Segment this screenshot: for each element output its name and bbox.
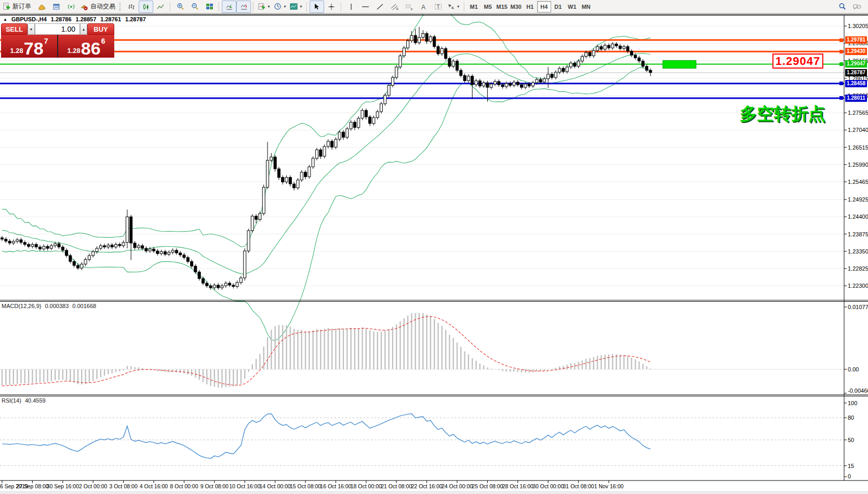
periods-clock-icon — [274, 3, 282, 10]
timeframe-group: M1 M5 M15 M30 H1 H4 D1 W1 MN — [467, 1, 593, 13]
bar-chart-button[interactable] — [124, 1, 139, 13]
equidistant-channel-button[interactable]: E — [388, 1, 402, 13]
indicators-button[interactable]: ▼ — [256, 1, 272, 13]
candlestick-chart-icon — [142, 3, 150, 10]
cursor-icon — [313, 3, 320, 10]
charts-icon — [38, 3, 46, 10]
text-label-icon: T — [434, 3, 442, 10]
tab-timeframe-w1[interactable]: W1 — [565, 1, 579, 12]
templates-button[interactable]: ▼ — [288, 1, 304, 13]
text-icon: A — [420, 3, 427, 10]
svg-text:T: T — [437, 4, 440, 10]
new-order-icon — [3, 3, 10, 10]
auto-scroll-icon — [225, 3, 233, 10]
ask-price-small: 1.28 — [68, 47, 81, 55]
bid-price-big: 78 — [24, 41, 44, 56]
tab-timeframe-mn[interactable]: MN — [579, 1, 593, 12]
text-button[interactable]: A — [417, 1, 431, 13]
tab-timeframe-d1[interactable]: D1 — [551, 1, 565, 12]
trendline-icon — [376, 3, 384, 10]
indicators-dropdown-arrow[interactable]: ▼ — [267, 5, 271, 8]
chart-window[interactable]: ▲ GBPUSD-,H4 1.28786 1.28857 1.28761 1.2… — [0, 14, 868, 491]
equidistant-channel-icon: E — [391, 3, 399, 10]
svg-text:F: F — [411, 7, 413, 10]
volume-input[interactable]: 1.00 — [35, 23, 80, 35]
ask-price-pip: 6 — [101, 37, 105, 45]
candlestick-chart-button[interactable] — [139, 1, 153, 13]
tile-windows-icon — [206, 3, 213, 10]
chat-icon — [852, 3, 861, 10]
templates-dropdown-arrow[interactable]: ▼ — [299, 5, 303, 8]
text-label-button[interactable]: T — [431, 1, 446, 13]
horizontal-line-button[interactable] — [358, 1, 373, 13]
toolbar-separator — [219, 2, 220, 11]
zoom-in-button[interactable] — [173, 1, 188, 13]
horizontal-line-icon — [362, 3, 369, 10]
bid-price-display[interactable]: 1.28 78 7 — [1, 35, 57, 58]
templates-icon — [290, 3, 298, 10]
periods-dropdown-arrow[interactable]: ▼ — [283, 5, 287, 8]
market-watch-icon — [52, 3, 61, 10]
line-chart-icon — [157, 3, 164, 10]
chart-canvas[interactable] — [0, 14, 868, 491]
line-chart-button[interactable] — [153, 1, 168, 13]
zoom-in-icon — [177, 3, 184, 10]
search-icon — [838, 3, 846, 10]
auto-scroll-button[interactable] — [222, 1, 236, 13]
chart-shift-icon — [240, 3, 248, 10]
fibonacci-button[interactable]: F — [402, 1, 417, 13]
trendline-button[interactable] — [373, 1, 388, 13]
chat-button[interactable] — [849, 1, 864, 13]
signals-button[interactable] — [64, 1, 78, 13]
volume-increase-button[interactable]: ▲ — [80, 23, 87, 35]
crosshair-icon — [328, 3, 335, 10]
tab-timeframe-h1[interactable]: H1 — [523, 1, 537, 12]
new-order-label: 新订单 — [12, 2, 31, 11]
auto-trading-label: 自动交易 — [90, 2, 115, 11]
tab-timeframe-m30[interactable]: M30 — [509, 1, 523, 12]
search-button[interactable] — [835, 1, 849, 13]
status-strip — [0, 491, 868, 494]
sell-button[interactable]: SELL — [1, 23, 28, 35]
toolbar-separator — [464, 2, 465, 11]
tab-timeframe-m1[interactable]: M1 — [467, 1, 481, 12]
auto-trading-button[interactable]: 自动交易 — [78, 1, 119, 13]
zoom-out-button[interactable] — [188, 1, 202, 13]
bid-price-small: 1.28 — [10, 47, 23, 55]
svg-text:A: A — [421, 3, 425, 10]
auto-trading-icon — [80, 3, 88, 10]
new-order-button[interactable]: 新订单 — [1, 1, 35, 13]
charts-button[interactable] — [35, 1, 49, 13]
signals-icon — [68, 3, 75, 10]
main-toolbar: 新订单 自动交易 — [0, 0, 868, 14]
toolbar-separator — [306, 2, 308, 11]
indicators-icon — [258, 3, 265, 10]
toolbar-separator — [253, 2, 254, 11]
vertical-line-button[interactable] — [344, 1, 358, 13]
toolbar-separator — [341, 2, 342, 11]
tab-timeframe-m15[interactable]: M15 — [495, 1, 509, 12]
arrows-button[interactable]: ▼ — [446, 1, 462, 13]
crosshair-button[interactable] — [324, 1, 339, 13]
fibonacci-icon: F — [405, 3, 413, 10]
tab-timeframe-m5[interactable]: M5 — [481, 1, 495, 12]
vertical-line-icon — [348, 3, 354, 10]
toolbar-separator — [170, 2, 171, 11]
bar-chart-icon — [128, 3, 135, 10]
chart-shift-button[interactable] — [236, 1, 251, 13]
buy-button[interactable]: BUY — [87, 23, 114, 35]
zoom-out-icon — [191, 3, 199, 10]
arrows-dropdown-arrow[interactable]: ▼ — [457, 5, 460, 8]
volume-decrease-button[interactable]: ▼ — [28, 23, 35, 35]
ask-price-display[interactable]: 1.28 86 6 — [58, 35, 114, 58]
periods-button[interactable]: ▼ — [272, 1, 288, 13]
svg-text:E: E — [396, 7, 398, 10]
one-click-trading-panel: SELL ▼ 1.00 ▲ BUY 1.28 78 7 1.28 86 6 — [1, 23, 114, 58]
tile-windows-button[interactable] — [202, 1, 217, 13]
cursor-button[interactable] — [310, 1, 324, 13]
arrows-icon — [447, 3, 455, 10]
toolbar-drag-handle — [119, 3, 123, 11]
market-watch-button[interactable] — [49, 1, 64, 13]
bid-price-pip: 7 — [44, 37, 48, 45]
tab-timeframe-h4[interactable]: H4 — [537, 1, 551, 12]
